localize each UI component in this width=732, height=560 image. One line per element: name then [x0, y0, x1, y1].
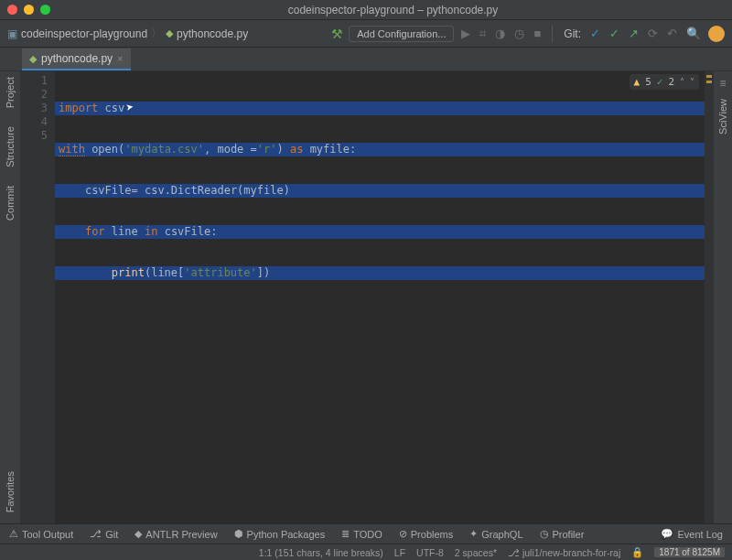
- rollback-icon[interactable]: ↶: [665, 27, 679, 40]
- close-window-icon[interactable]: [7, 5, 17, 15]
- event-log-icon: 💬: [661, 528, 673, 540]
- file-encoding[interactable]: UTF-8: [416, 547, 444, 558]
- editor-tabs: ◆ pythoncode.py ×: [0, 48, 732, 71]
- graphql-button[interactable]: ✦GraphQL: [469, 528, 522, 540]
- zoom-window-icon[interactable]: [40, 5, 50, 15]
- sidebar-tab-structure[interactable]: Structure: [5, 126, 16, 167]
- stripe-mark[interactable]: [706, 75, 712, 78]
- tab-label: pythoncode.py: [41, 52, 113, 65]
- left-sidebar: Project Structure Commit Favorites: [0, 71, 20, 540]
- debug-icon[interactable]: ⌗: [478, 27, 488, 41]
- breadcrumb[interactable]: ▣ codeinspector-playground 〉 ◆ pythoncod…: [7, 26, 248, 41]
- git-tool-button[interactable]: ⎇Git: [90, 528, 118, 540]
- sidebar-tab-project[interactable]: Project: [5, 77, 16, 108]
- line-number: 2: [20, 88, 48, 102]
- git-branch-status[interactable]: ⎇ juli1/new-branch-for-raj: [508, 547, 620, 558]
- main-toolbar: ▣ codeinspector-playground 〉 ◆ pythoncod…: [0, 20, 732, 48]
- line-gutter: 1 2 3 4 5: [20, 71, 55, 523]
- todo-icon: ≣: [341, 528, 350, 540]
- antlr-preview-button[interactable]: ◆ANTLR Preview: [135, 528, 217, 540]
- git-branch-icon: ⎇: [90, 528, 102, 540]
- line-number: 5: [20, 129, 48, 143]
- avatar[interactable]: [708, 26, 725, 42]
- editor-tab-pythoncode[interactable]: ◆ pythoncode.py ×: [22, 48, 131, 70]
- profiler-button[interactable]: ◷Profiler: [540, 528, 585, 540]
- code-line[interactable]: for line in csvFile:: [55, 225, 705, 239]
- tool-output-button[interactable]: ⚠Tool Output: [9, 528, 73, 540]
- line-number: 1: [20, 74, 48, 88]
- status-bar: 1:1 (151 chars, 4 line breaks) LF UTF-8 …: [0, 544, 732, 560]
- sidebar-tab-favorites[interactable]: Favorites: [5, 471, 16, 512]
- python-file-icon: ◆: [29, 53, 37, 65]
- weak-warning-icon: ✓: [657, 75, 663, 89]
- problems-icon: ⊘: [399, 528, 407, 540]
- sidebar-tab-commit[interactable]: Commit: [5, 186, 16, 221]
- window-title: codeinspector-playground – pythoncode.py: [61, 4, 725, 16]
- indent-setting[interactable]: 2 spaces*: [455, 547, 497, 558]
- warning-icon: ▲: [634, 75, 640, 89]
- search-icon[interactable]: 🔍: [684, 27, 703, 40]
- todo-button[interactable]: ≣TODO: [341, 528, 382, 540]
- problems-button[interactable]: ⊘Problems: [399, 528, 453, 540]
- titlebar: codeinspector-playground – pythoncode.py: [0, 0, 732, 20]
- chevron-right-icon: 〉: [151, 26, 162, 41]
- code-line[interactable]: import csv: [55, 102, 705, 115]
- sidebar-tab-sciview[interactable]: SciView: [717, 99, 728, 135]
- tool-window-bar: ⚠Tool Output ⎇Git ◆ANTLR Preview ⬢Python…: [0, 523, 732, 544]
- coverage-icon[interactable]: ◑: [493, 27, 507, 40]
- memory-indicator[interactable]: 1871 of 8125M: [654, 547, 725, 557]
- minimize-window-icon[interactable]: [24, 5, 34, 15]
- inspection-widget[interactable]: ▲ 5 ✓ 2 ˄ ˅: [630, 74, 700, 90]
- build-icon[interactable]: ⚒: [331, 27, 343, 41]
- python-packages-button[interactable]: ⬢Python Packages: [234, 528, 326, 540]
- line-separator[interactable]: LF: [394, 547, 405, 558]
- package-icon: ⬢: [234, 528, 243, 540]
- vcs-update-icon[interactable]: ✓: [588, 27, 602, 40]
- run-icon[interactable]: ▶: [459, 27, 472, 40]
- close-tab-icon[interactable]: ×: [117, 53, 123, 64]
- window-controls: [7, 5, 50, 15]
- event-log-button[interactable]: 💬Event Log: [661, 528, 723, 540]
- vcs-commit-icon[interactable]: ✓: [608, 27, 621, 40]
- code-line[interactable]: print(line['attribute']): [55, 266, 705, 280]
- lock-icon[interactable]: 🔒: [631, 546, 643, 558]
- line-number: 3: [20, 102, 48, 115]
- git-label: Git:: [564, 27, 581, 40]
- git-branch-icon: ⎇: [508, 547, 522, 558]
- stripe-mark[interactable]: [706, 81, 712, 83]
- error-stripe[interactable]: [705, 71, 714, 523]
- folder-icon: ▣: [7, 27, 17, 40]
- chevron-up-icon[interactable]: ˄: [680, 75, 684, 89]
- right-sidebar: ≡ SciView: [714, 71, 732, 540]
- caret-position[interactable]: 1:1 (151 chars, 4 line breaks): [259, 547, 383, 558]
- breadcrumb-project[interactable]: codeinspector-playground: [21, 27, 147, 40]
- chevron-down-icon[interactable]: ˅: [690, 75, 694, 89]
- breadcrumb-file[interactable]: pythoncode.py: [177, 27, 248, 40]
- add-configuration-button[interactable]: Add Configuration...: [349, 26, 454, 42]
- graphql-icon: ✦: [469, 528, 478, 540]
- python-file-icon: ◆: [166, 27, 173, 39]
- profiler-icon: ◷: [540, 528, 549, 540]
- profile-icon[interactable]: ◷: [512, 27, 526, 40]
- line-number: 4: [20, 115, 48, 129]
- history-icon[interactable]: ⟳: [646, 27, 660, 40]
- separator: [552, 26, 553, 42]
- vcs-push-icon[interactable]: ↗: [627, 27, 640, 40]
- code-line[interactable]: with open('mydata.csv', mode ='r') as my…: [55, 143, 705, 156]
- code-line[interactable]: csvFile= csv.DictReader(myfile): [55, 184, 705, 198]
- code-area[interactable]: import csv with open('mydata.csv', mode …: [55, 71, 705, 523]
- stop-icon[interactable]: ■: [532, 27, 543, 40]
- warning-icon: ⚠: [9, 528, 18, 540]
- antlr-icon: ◆: [135, 528, 142, 540]
- database-icon[interactable]: ≡: [719, 77, 726, 90]
- code-editor[interactable]: 1 2 3 4 5 import csv with open('mydata.c…: [20, 71, 714, 523]
- warning-count: 5: [645, 75, 651, 89]
- weak-warning-count: 2: [668, 75, 674, 89]
